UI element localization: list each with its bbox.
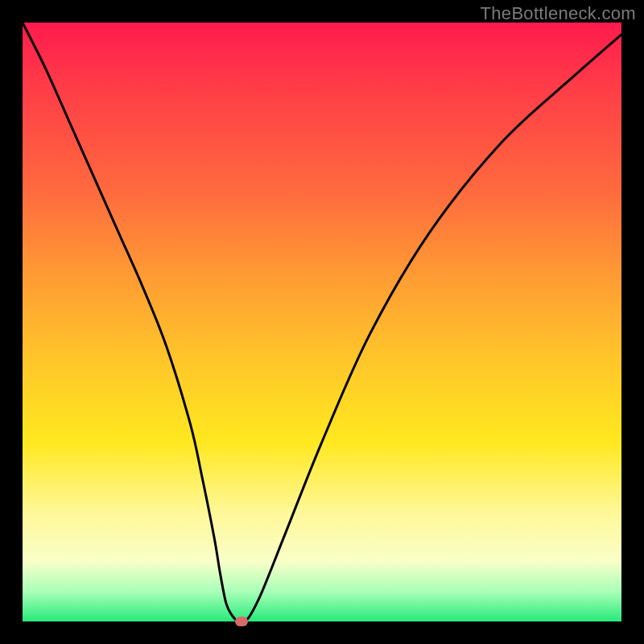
- optimal-point-marker: [235, 617, 248, 626]
- plot-area: [23, 23, 621, 621]
- watermark-text: TheBottleneck.com: [481, 3, 636, 24]
- chart-frame: TheBottleneck.com: [0, 0, 644, 644]
- curve-svg: [23, 23, 621, 621]
- bottleneck-curve: [23, 23, 621, 622]
